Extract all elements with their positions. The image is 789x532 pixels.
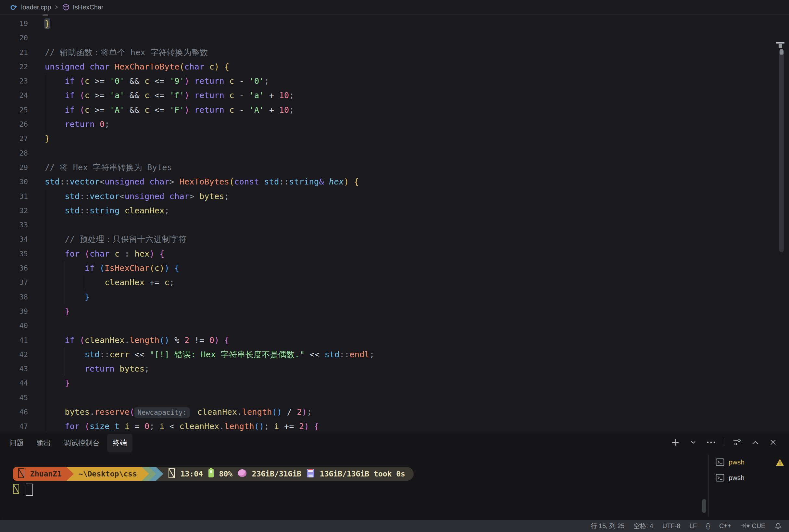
code-line[interactable]: 31 std::vector<unsigned char> bytes; xyxy=(0,189,789,204)
code-line[interactable]: 23 if (c >= '0' && c <= '9') return c - … xyxy=(0,74,789,88)
bell-icon xyxy=(774,522,782,530)
line-number: 27 xyxy=(0,132,28,146)
status-label: 行 15, 列 25 xyxy=(591,521,624,530)
more-actions-icon[interactable] xyxy=(706,437,716,447)
panel-tab-问题[interactable]: 问题 xyxy=(4,434,29,452)
maximize-panel-icon[interactable] xyxy=(750,437,760,447)
status-language-mode[interactable]: C++ xyxy=(719,522,731,530)
new-terminal-icon[interactable] xyxy=(671,437,680,447)
line-number: 37 xyxy=(0,276,28,290)
code-line[interactable]: 40 xyxy=(0,319,789,333)
cpp-file-icon: C xyxy=(10,3,18,12)
terminal-tab-label: pwsh xyxy=(729,474,745,482)
code-line[interactable]: 25 if (c >= 'A' && c <= 'F') return c - … xyxy=(0,103,789,117)
status-cue-indicator[interactable]: CUE xyxy=(740,522,765,530)
code-line[interactable]: 41 if (cleanHex.length() % 2 != 0) { xyxy=(0,333,789,347)
bottom-panel: 问题输出调试控制台终端 ZhuanZ1~\Desktop\css 13:04 8… xyxy=(0,432,789,520)
code-line[interactable]: 20 xyxy=(0,31,789,45)
code-area[interactable]: 19}2021// 辅助函数：将单个 hex 字符转换为整数22unsigned… xyxy=(0,17,789,432)
line-number: 31 xyxy=(0,189,28,204)
code-line[interactable]: 45 xyxy=(0,391,789,405)
code-line[interactable]: 42 std::cerr << "[!] 错误: Hex 字符串长度不是偶数."… xyxy=(0,347,789,362)
chevron-down-icon[interactable] xyxy=(688,437,698,447)
panel-tabs: 问题输出调试控制台终端 xyxy=(4,434,133,452)
terminal-cursor xyxy=(26,483,33,496)
code-line[interactable]: 24 if (c >= 'a' && c <= 'f') return c - … xyxy=(0,88,789,102)
terminal-tab-label: pwsh xyxy=(729,458,745,466)
line-number: 29 xyxy=(0,160,28,175)
status-notifications[interactable] xyxy=(774,522,782,530)
code-line[interactable]: 36 if (IsHexChar(c)) { xyxy=(0,261,789,276)
code-line[interactable]: 35 for (char c : hex) { xyxy=(0,247,789,261)
code-line[interactable]: 22unsigned char HexCharToByte(char c) { xyxy=(0,60,789,74)
code-line[interactable]: 38 } xyxy=(0,290,789,304)
editor-scrollbar[interactable] xyxy=(779,50,784,252)
panel-tab-终端[interactable]: 终端 xyxy=(107,434,133,452)
status-eol-sequence[interactable]: LF xyxy=(689,522,697,530)
code-line[interactable]: 21// 辅助函数：将单个 hex 字符转换为整数 xyxy=(0,45,789,60)
code-line[interactable]: 44 } xyxy=(0,376,789,391)
code-line[interactable]: 46 bytes.reserve(Newcapacity: cleanHex.l… xyxy=(0,405,789,419)
prompt-segment: ~\Desktop\css xyxy=(74,467,142,481)
code-line[interactable]: 19} xyxy=(0,17,789,31)
line-number: 41 xyxy=(0,333,28,347)
status-label: CUE xyxy=(752,522,765,530)
code-editor[interactable]: 19}2021// 辅助函数：将单个 hex 字符转换为整数22unsigned… xyxy=(0,15,789,432)
breadcrumb-file[interactable]: loader.cpp xyxy=(21,4,51,11)
powerline-arrow xyxy=(66,467,74,481)
brain-icon xyxy=(238,469,247,477)
status-cursor-position[interactable]: 行 15, 列 25 xyxy=(591,521,624,530)
editor-scrollbar-marker xyxy=(780,50,784,55)
code-line[interactable]: 34 // 预处理：只保留十六进制字符 xyxy=(0,232,789,247)
code-line[interactable]: 47 for (size_t i = 0; i < cleanHex.lengt… xyxy=(0,419,789,432)
panel-actions xyxy=(671,437,778,447)
terminal-tab-pwsh[interactable]: pwsh xyxy=(709,454,789,470)
terminal-tab-pwsh[interactable]: pwsh xyxy=(709,470,789,486)
status-braces-indicator[interactable]: {} xyxy=(706,522,710,530)
status-indentation[interactable]: 空格: 4 xyxy=(634,521,653,530)
code-line[interactable]: 39 } xyxy=(0,304,789,319)
indent-guide xyxy=(45,218,45,232)
code-line[interactable]: 29// 将 Hex 字符串转换为 Bytes xyxy=(0,160,789,175)
symbol-cube-icon xyxy=(62,3,70,11)
launch-profile-icon[interactable] xyxy=(732,437,742,447)
code-line[interactable]: 43 return bytes; xyxy=(0,362,789,376)
status-encoding[interactable]: UTF-8 xyxy=(662,522,680,530)
line-number: 19 xyxy=(0,17,28,31)
line-number: 32 xyxy=(0,204,28,218)
status-label: {} xyxy=(706,522,710,530)
code-line[interactable]: 37 cleanHex += c; xyxy=(0,276,789,290)
code-line[interactable]: 30std::vector<unsigned char> HexToBytes(… xyxy=(0,175,789,189)
terminal-icon xyxy=(716,474,725,482)
line-number: 36 xyxy=(0,261,28,276)
floppy-icon xyxy=(307,469,314,477)
code-line[interactable]: 28 xyxy=(0,146,789,160)
missing-glyph xyxy=(18,468,24,478)
terminal-scrollbar[interactable] xyxy=(702,499,706,513)
terminal-view[interactable]: ZhuanZ1~\Desktop\css 13:04 80% 23GiB/31G… xyxy=(0,455,708,519)
battery-icon xyxy=(209,469,214,477)
line-number: 33 xyxy=(0,218,28,232)
code-line[interactable]: 32 std::string cleanHex; xyxy=(0,204,789,218)
powerline-arrow xyxy=(156,467,163,481)
status-label: C++ xyxy=(719,522,731,530)
breadcrumb-symbol[interactable]: IsHexChar xyxy=(73,4,103,11)
status-bar: 行 15, 列 25空格: 4UTF-8LF{}C++CUE xyxy=(0,520,789,532)
status-label: UTF-8 xyxy=(662,522,680,530)
line-number: 25 xyxy=(0,103,28,117)
tab-star-icon xyxy=(740,522,750,529)
panel-tab-输出[interactable]: 输出 xyxy=(31,434,57,452)
line-number: 44 xyxy=(0,376,28,391)
panel-actions-separator xyxy=(724,438,725,446)
line-number: 26 xyxy=(0,117,28,132)
svg-text:C: C xyxy=(11,4,15,11)
missing-glyph xyxy=(169,468,175,478)
close-panel-icon[interactable] xyxy=(768,437,778,447)
code-line[interactable]: 33 xyxy=(0,218,789,232)
code-line[interactable]: 27} xyxy=(0,132,789,146)
line-number: 43 xyxy=(0,362,28,376)
panel-tab-调试控制台[interactable]: 调试控制台 xyxy=(58,434,105,452)
chevron-right-icon xyxy=(54,4,59,10)
code-line[interactable]: 26 return 0; xyxy=(0,117,789,132)
overview-ruler-decoration xyxy=(778,44,782,48)
